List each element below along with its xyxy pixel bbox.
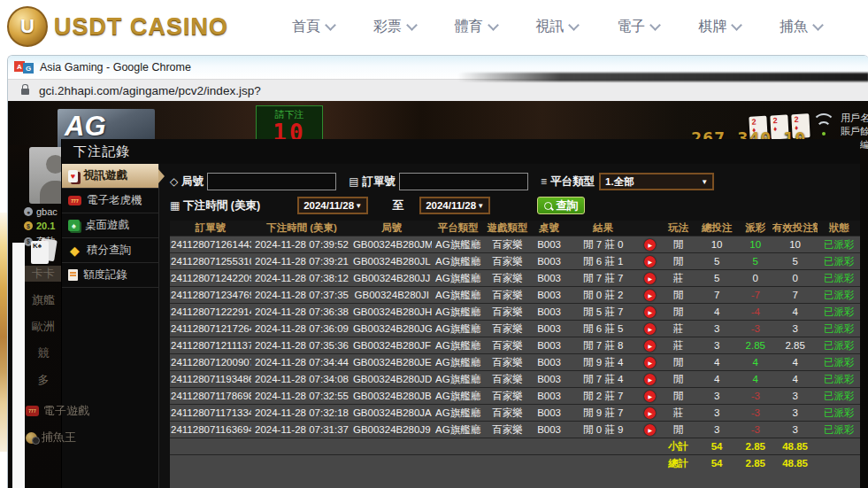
nav-item[interactable]: 視訊: [535, 18, 578, 36]
round-number: GB00324B280JI: [352, 287, 432, 304]
wallet-row: $ 20.1: [24, 221, 55, 231]
sidebar-item[interactable]: ♠ 桌面遊戲: [62, 213, 158, 238]
order-number: 241128071261443: [170, 236, 251, 253]
replay-button[interactable]: [644, 424, 656, 436]
sidebar-item[interactable]: 777 電子老虎機: [62, 189, 158, 213]
replay-button[interactable]: [644, 391, 656, 402]
valid-bet: 4: [772, 371, 818, 388]
page-edge-strip: [12, 243, 25, 488]
replay-button[interactable]: [644, 374, 656, 385]
address-bar[interactable]: gci.2hhapi.com/agingame/pcv2/index.jsp?: [8, 79, 868, 101]
replay-button[interactable]: [644, 256, 656, 267]
date-to-select[interactable]: 2024/11/28 ▼: [419, 197, 490, 214]
order-number: 241128071163694: [170, 422, 251, 438]
payout: 0: [739, 270, 772, 287]
logo-coin-icon: U: [7, 6, 48, 47]
order-number: 241128071217264: [170, 321, 251, 337]
caret-down-icon: ▼: [701, 178, 708, 186]
calendar-icon: ▦: [170, 199, 180, 212]
replay-button[interactable]: [644, 407, 656, 419]
sidebar-item-icon: [68, 269, 78, 281]
round-input[interactable]: [207, 173, 336, 190]
status-badge: 已派彩: [818, 321, 860, 337]
round-number: GB00324B280JH: [352, 304, 432, 321]
chevron-down-icon: [812, 19, 824, 31]
search-button[interactable]: 查詢: [537, 197, 585, 214]
lobby-fishing-item: 捕魚王: [26, 430, 76, 445]
total-bet: 3: [695, 321, 739, 337]
sidebar-item[interactable]: ◆ 積分查詢: [62, 238, 158, 263]
nav-item-label: 棋牌: [698, 18, 726, 36]
column-header: 下注時間 (美東): [251, 221, 352, 236]
table-row: 241128071217264 2024-11-28 07:36:09 GB00…: [170, 321, 860, 337]
replay-button[interactable]: [644, 306, 656, 318]
round-number: GB00324B280J9: [352, 422, 432, 438]
column-header: 結果: [568, 221, 639, 236]
bet-table-wrap: 訂單號下注時間 (美東)局號平台類型遊戲類型桌號結果玩法總投注派彩有效投注額狀態…: [170, 221, 860, 488]
total-bet: 3: [695, 388, 739, 405]
table-row: 241128071211137 2024-11-28 07:35:36 GB00…: [170, 337, 860, 354]
replay-button[interactable]: [644, 273, 656, 284]
nav-item-label: 電子: [617, 18, 645, 36]
nav-item[interactable]: 棋牌: [698, 18, 741, 36]
platform-type: AG旗艦廳: [432, 337, 485, 354]
sidebar-item[interactable]: ♥ 視訊遊戲: [62, 164, 158, 189]
table-row: 241128071255310 2024-11-28 07:39:21 GB00…: [170, 253, 860, 270]
platform-select[interactable]: 1.全部 ▼: [599, 173, 714, 190]
bet-time-label: ▦ 下注時間 (美東): [170, 198, 260, 213]
platform-type: AG旗艦廳: [432, 371, 485, 388]
payout: 2.85: [739, 337, 772, 354]
username: gbac: [36, 206, 58, 217]
game-type: 百家樂: [485, 388, 530, 405]
result: 閒 0 莊 2: [568, 287, 639, 304]
window-titlebar[interactable]: AG Asia Gaming - Google Chrome: [8, 56, 868, 79]
lobby-menu-item: 歐洲: [24, 319, 63, 335]
nav-item[interactable]: 首頁: [292, 18, 334, 36]
status-badge: 已派彩: [818, 354, 860, 371]
valid-bet: 3: [772, 388, 818, 405]
nav-item[interactable]: 電子: [617, 18, 659, 36]
subtotal-total: 54: [695, 438, 739, 455]
sidebar-item[interactable]: 額度記錄: [62, 263, 158, 288]
payout: 4: [739, 371, 772, 388]
nav-item-label: 彩票: [373, 18, 402, 36]
total-row: 總計 54 2.85 48.85: [170, 455, 860, 472]
site-logo[interactable]: U USDT CASINO: [7, 6, 228, 47]
nav-item[interactable]: 彩票: [373, 18, 416, 36]
chevron-down-icon: [649, 19, 661, 31]
nav-item[interactable]: 體育: [455, 18, 497, 36]
platform-type: AG旗艦廳: [432, 388, 485, 405]
game-type: 百家樂: [485, 405, 530, 422]
bet-time: 2024-11-28 07:38:12: [251, 270, 352, 287]
ag-favicon-icon: AG: [14, 61, 34, 74]
total-bet: 4: [695, 304, 739, 321]
replay-button[interactable]: [644, 290, 656, 301]
bet-type: 閒: [661, 253, 695, 270]
nav-item[interactable]: 捕魚: [780, 18, 822, 36]
column-header: 總投注: [695, 221, 739, 236]
chevron-down-icon: [325, 19, 336, 31]
lobby-menu-item: 多: [24, 372, 63, 388]
table-number: B003: [530, 405, 568, 422]
date-from-value: 2024/11/28: [303, 200, 354, 211]
round-number: GB00324B280JL: [352, 253, 432, 270]
date-from-select[interactable]: 2024/11/28 ▼: [297, 197, 368, 214]
order-label: ▤ 訂單號: [349, 174, 396, 190]
replay-button[interactable]: [644, 340, 656, 352]
result: 閒 0 莊 9: [568, 422, 639, 438]
payout: -3: [739, 321, 772, 337]
table-number: B003: [530, 236, 568, 253]
order-input[interactable]: [399, 173, 528, 190]
sidebar-item-icon: 777: [68, 196, 81, 205]
sidebar-item-icon: ♥: [68, 170, 78, 182]
nav-item-label: 視訊: [535, 18, 564, 36]
replay-button[interactable]: [644, 323, 656, 335]
bet-type: 莊: [661, 270, 695, 287]
bet-time: 2024-11-28 07:36:09: [251, 321, 352, 337]
total-bet: 5: [695, 270, 739, 287]
replay-button[interactable]: [644, 357, 656, 368]
payout: 4: [739, 354, 772, 371]
platform-type: AG旗艦廳: [432, 304, 485, 321]
sidebar-item-label: 桌面遊戲: [85, 218, 129, 233]
replay-button[interactable]: [644, 239, 656, 251]
